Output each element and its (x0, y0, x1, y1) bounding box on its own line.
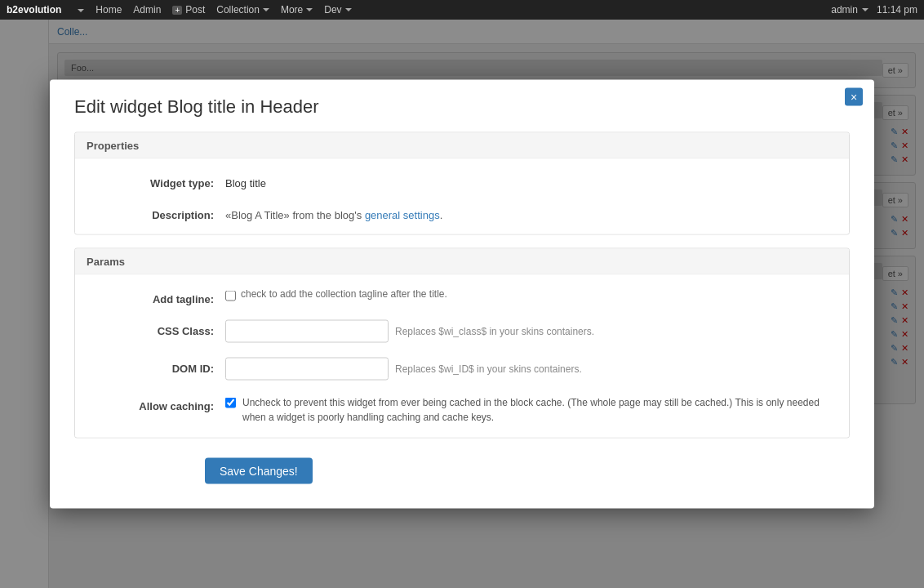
nav-collection[interactable]: Collection (216, 4, 269, 16)
nav-dev[interactable]: Dev (324, 4, 351, 16)
nav-more[interactable]: More (281, 4, 313, 16)
brand-logo[interactable]: b2evolution (7, 4, 61, 16)
admin-menu[interactable]: admin (831, 4, 868, 16)
chevron-down-icon (862, 8, 868, 11)
chevron-down-icon (306, 8, 313, 11)
chevron-down-icon (345, 8, 352, 11)
chevron-down-icon (263, 8, 269, 11)
caret-brand (76, 4, 84, 16)
current-time: 11:14 pm (877, 4, 917, 16)
nav-home[interactable]: Home (96, 4, 122, 16)
nav-admin[interactable]: Admin (133, 4, 161, 16)
nav-post[interactable]: + Post (172, 4, 205, 16)
topnav: b2evolution Home Admin + Post Collection… (0, 0, 924, 20)
plus-icon: + (172, 6, 182, 15)
